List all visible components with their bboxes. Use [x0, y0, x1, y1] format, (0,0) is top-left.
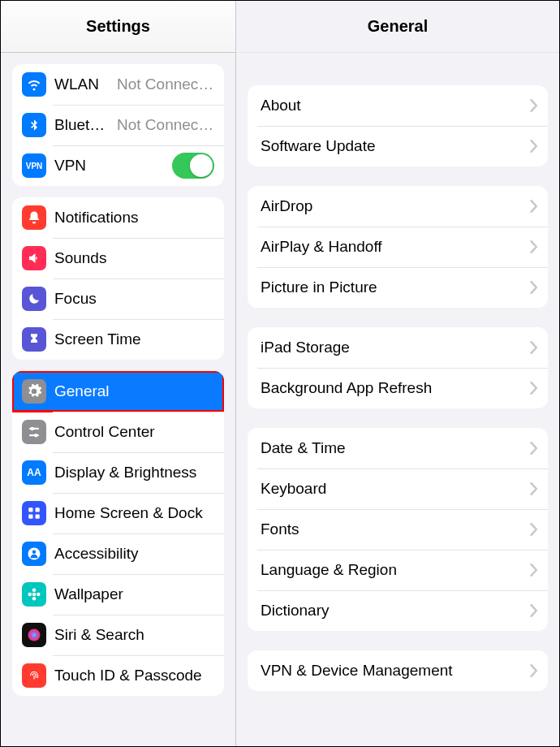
sidebar-item-siri[interactable]: Siri & Search	[12, 615, 224, 655]
chevron-right-icon	[530, 281, 538, 294]
sidebar-item-label: Wallpaper	[54, 585, 214, 603]
hourglass-icon	[22, 327, 46, 352]
speaker-icon	[22, 246, 46, 270]
sidebar-item-home-screen[interactable]: Home Screen & Dock	[12, 493, 224, 533]
detail-item-keyboard[interactable]: Keyboard	[248, 468, 548, 509]
sidebar-item-value: Not Connected	[117, 116, 214, 134]
svg-point-12	[32, 597, 37, 601]
sidebar-item-wlan[interactable]: WLANNot Connected	[12, 64, 224, 105]
detail-title: General	[236, 1, 559, 53]
detail-item-label: Software Update	[261, 137, 525, 155]
detail-item-airdrop[interactable]: AirDrop	[248, 186, 548, 227]
detail-item-label: VPN & Device Management	[261, 662, 525, 680]
detail-item-label: About	[261, 97, 525, 114]
moon-icon	[22, 287, 46, 311]
flower-icon	[22, 582, 46, 607]
sidebar-item-bluetooth[interactable]: BluetoothNot Connected	[12, 105, 224, 145]
svg-point-3	[34, 434, 38, 438]
person-icon	[22, 542, 46, 566]
sidebar-item-control-center[interactable]: Control Center	[12, 412, 224, 452]
sidebar-item-screen-time[interactable]: Screen Time	[12, 319, 224, 360]
svg-point-11	[32, 589, 37, 593]
bluetooth-icon	[22, 113, 46, 137]
sidebar-item-label: Focus	[54, 290, 214, 308]
chevron-right-icon	[530, 140, 538, 153]
bell-icon	[22, 205, 46, 230]
sidebar-group: GeneralControl CenterAADisplay & Brightn…	[12, 371, 224, 696]
detail-item-fonts[interactable]: Fonts	[248, 509, 548, 550]
chevron-right-icon	[530, 563, 538, 576]
sidebar-item-label: Screen Time	[54, 330, 214, 348]
svg-point-2	[31, 427, 35, 431]
sidebar-item-wallpaper[interactable]: Wallpaper	[12, 574, 224, 615]
detail-item-dictionary[interactable]: Dictionary	[248, 590, 548, 631]
chevron-right-icon	[530, 442, 538, 455]
wifi-icon	[22, 72, 46, 97]
detail-group: iPad StorageBackground App Refresh	[248, 327, 548, 408]
detail-item-storage[interactable]: iPad Storage	[248, 327, 548, 368]
siri-icon	[22, 623, 46, 647]
svg-rect-6	[28, 515, 32, 519]
sidebar-group: WLANNot ConnectedBluetoothNot ConnectedV…	[12, 64, 224, 186]
sidebar-item-general[interactable]: General	[12, 371, 224, 412]
sidebar-item-label: Touch ID & Passcode	[54, 667, 214, 684]
fingerprint-icon	[22, 663, 46, 688]
sidebar-title: Settings	[1, 1, 235, 53]
vpn-icon: VPN	[22, 153, 46, 178]
detail-item-label: Keyboard	[261, 480, 525, 498]
chevron-right-icon	[530, 482, 538, 495]
sidebar-item-vpn[interactable]: VPNVPN	[12, 145, 224, 186]
detail-group: Date & TimeKeyboardFontsLanguage & Regio…	[248, 428, 548, 631]
detail-item-label: AirDrop	[261, 197, 525, 215]
sidebar-item-notifications[interactable]: Notifications	[12, 197, 224, 238]
display-icon: AA	[22, 460, 46, 485]
detail-group: AirDropAirPlay & HandoffPicture in Pictu…	[248, 186, 548, 308]
chevron-right-icon	[530, 200, 538, 213]
chevron-right-icon	[530, 99, 538, 112]
chevron-right-icon	[530, 523, 538, 536]
sidebar-item-label: Siri & Search	[54, 626, 214, 644]
detail-item-label: iPad Storage	[261, 339, 525, 356]
svg-rect-7	[36, 515, 40, 519]
detail-item-pip[interactable]: Picture in Picture	[248, 267, 548, 308]
sidebar-item-label: VPN	[54, 157, 172, 175]
detail-item-label: Date & Time	[261, 439, 525, 457]
svg-point-14	[37, 593, 41, 597]
svg-point-15	[28, 629, 41, 641]
detail-item-label: AirPlay & Handoff	[261, 238, 525, 256]
detail-item-about[interactable]: About	[248, 85, 548, 126]
sidebar-item-label: WLAN	[54, 76, 112, 93]
sidebar-item-value: Not Connected	[117, 76, 214, 93]
sidebar-item-sounds[interactable]: Sounds	[12, 238, 224, 279]
detail-item-vpn-mgmt[interactable]: VPN & Device Management	[248, 650, 548, 691]
sliders-icon	[22, 420, 46, 444]
detail-item-background-refresh[interactable]: Background App Refresh	[248, 368, 548, 408]
svg-point-13	[28, 593, 32, 597]
detail-pane: General AboutSoftware UpdateAirDropAirPl…	[236, 1, 559, 746]
sidebar-item-label: Accessibility	[54, 545, 214, 563]
sidebar-item-label: Notifications	[54, 209, 214, 227]
sidebar-group: NotificationsSoundsFocusScreen Time	[12, 197, 224, 360]
detail-item-label: Picture in Picture	[261, 279, 525, 296]
detail-item-date-time[interactable]: Date & Time	[248, 428, 548, 468]
sidebar-item-focus[interactable]: Focus	[12, 279, 224, 319]
sidebar-item-label: Display & Brightness	[54, 464, 214, 481]
chevron-right-icon	[530, 382, 538, 395]
sidebar-item-label: General	[54, 382, 214, 400]
grid-icon	[22, 501, 46, 525]
sidebar-item-accessibility[interactable]: Accessibility	[12, 533, 224, 574]
detail-item-airplay[interactable]: AirPlay & Handoff	[248, 227, 548, 267]
sidebar-item-label: Home Screen & Dock	[54, 504, 214, 522]
detail-item-language[interactable]: Language & Region	[248, 550, 548, 590]
sidebar-item-touchid[interactable]: Touch ID & Passcode	[12, 655, 224, 696]
chevron-right-icon	[530, 604, 538, 617]
detail-group: AboutSoftware Update	[248, 85, 548, 166]
sidebar-item-display[interactable]: AADisplay & Brightness	[12, 452, 224, 493]
toggle-vpn[interactable]	[172, 153, 214, 179]
detail-item-label: Dictionary	[261, 602, 525, 620]
detail-item-software-update[interactable]: Software Update	[248, 126, 548, 166]
svg-point-10	[32, 593, 37, 597]
chevron-right-icon	[530, 240, 538, 253]
detail-item-label: Fonts	[261, 520, 525, 538]
sidebar-item-label: Sounds	[54, 249, 214, 267]
